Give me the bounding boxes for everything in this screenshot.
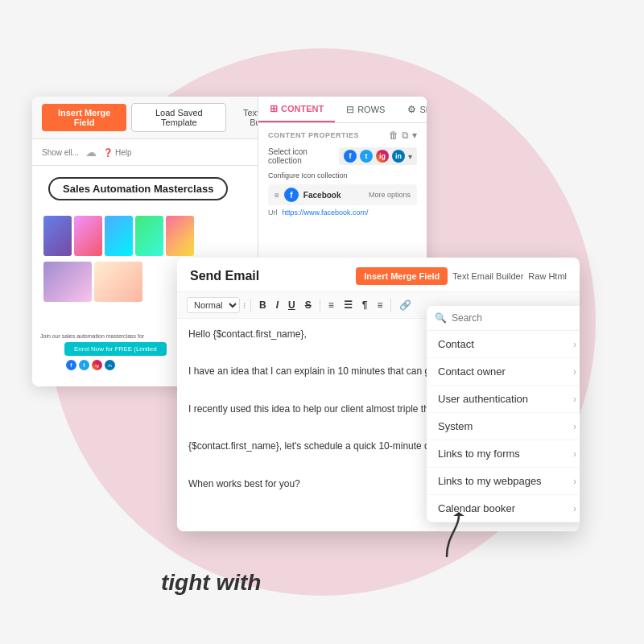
url-value[interactable]: https://www.facebook.com/	[283, 208, 369, 217]
twitter-icon: t	[79, 360, 89, 370]
load-template-button[interactable]: Load Saved Template	[131, 103, 226, 132]
chevron-down-icon: ›	[573, 448, 576, 460]
paragraph-button[interactable]: ¶	[359, 298, 371, 312]
tw-icon-option: t	[360, 150, 373, 163]
insert-merge-button[interactable]: Insert Merge Field	[42, 104, 126, 131]
fb-icon-option: f	[344, 150, 357, 163]
content-props-title: CONTENT PROPERTIES	[268, 131, 359, 139]
chevron-down-icon: ›	[573, 421, 576, 432]
facebook-label: Facebook	[303, 191, 341, 200]
dropdown-item-contact-owner[interactable]: Contact owner ›	[427, 358, 580, 386]
tab-rows[interactable]: ⊟ ROWS	[335, 97, 396, 122]
chevron-down-icon: ›	[573, 394, 576, 405]
url-label: Url	[268, 208, 278, 217]
chevron-down-icon: ›	[573, 339, 576, 350]
facebook-brand-icon: f	[284, 188, 299, 202]
italic-button[interactable]: I	[273, 298, 282, 312]
toolbar-divider-2	[320, 299, 320, 312]
expand-icon[interactable]: ▾	[412, 130, 417, 141]
dropdown-search-input[interactable]	[452, 312, 580, 324]
configure-label: Configure Icon collection	[268, 171, 348, 180]
bottom-text: tight with	[161, 570, 261, 596]
format-select[interactable]: Normal	[187, 297, 240, 313]
delete-icon[interactable]: 🗑	[389, 130, 398, 141]
help-link[interactable]: ❓ Help	[103, 148, 131, 157]
format-divider-icon: ⁝	[243, 301, 246, 310]
underline-button[interactable]: U	[285, 298, 299, 312]
list-icon: ≡	[275, 191, 279, 200]
dropdown-item-system[interactable]: System ›	[427, 413, 580, 440]
search-icon: 🔍	[435, 312, 447, 324]
content-properties: CONTENT PROPERTIES 🗑 ⧉ ▾ Select icon col…	[258, 123, 427, 223]
send-email-modal: Send Email Insert Merge Field Text Email…	[177, 258, 580, 531]
modal-header: Send Email Insert Merge Field Text Email…	[177, 258, 580, 292]
bold-button[interactable]: B	[256, 298, 270, 312]
chevron-down-icon: ›	[573, 503, 576, 514]
dropdown-search-bar[interactable]: 🔍	[427, 306, 580, 331]
configure-row: Configure Icon collection	[268, 171, 417, 180]
ordered-list-button[interactable]: ≡	[325, 298, 337, 312]
dropdown-item-contact[interactable]: Contact ›	[427, 331, 580, 358]
url-row: Url https://www.facebook.com/	[268, 208, 417, 217]
dropdown-item-links-webpages[interactable]: Links to my webpages ›	[427, 468, 580, 495]
linkedin-icon: in	[105, 360, 115, 370]
modal-insert-merge-button[interactable]: Insert Merge Field	[356, 267, 448, 285]
strikethrough-button[interactable]: S	[302, 298, 315, 312]
link-button[interactable]: 🔗	[396, 298, 415, 312]
dropdown-item-user-authentication[interactable]: User authentication ›	[427, 386, 580, 413]
ig-icon-option: ig	[376, 150, 389, 163]
modal-title: Send Email	[190, 269, 259, 283]
align-button[interactable]: ≡	[374, 298, 386, 312]
chevron-down-icon: ›	[573, 366, 576, 378]
instagram-icon: ig	[92, 360, 102, 370]
unordered-list-button[interactable]: ☰	[341, 298, 356, 312]
svg-marker-0	[453, 512, 464, 516]
select-icon-row: Select icon collection f t ig in ▾	[268, 147, 417, 165]
li-icon-option: in	[392, 150, 405, 163]
enrol-button[interactable]: Enrol Now for FREE (Limited	[64, 342, 167, 356]
facebook-option[interactable]: ≡ f Facebook More options	[268, 184, 417, 205]
chevron-down-icon: ▾	[408, 152, 412, 161]
tab-settings[interactable]: ⚙ SETTINGS	[396, 97, 427, 122]
facebook-icon: f	[66, 360, 76, 370]
rows-tab-icon: ⊟	[346, 104, 354, 115]
modal-toolbar: Insert Merge Field Text Email Builder Ra…	[356, 267, 567, 285]
show-label: Show ell...	[42, 148, 79, 157]
social-icons-bar: f t ig in	[66, 360, 115, 370]
modal-raw-html-button[interactable]: Raw Html	[528, 271, 567, 281]
tab-content[interactable]: ⊞ CONTENT	[258, 97, 335, 122]
social-icons-collection[interactable]: f t ig in ▾	[339, 147, 417, 165]
cloud-icon: ☁	[85, 146, 97, 159]
toolbar-divider-1	[250, 299, 251, 312]
chevron-down-icon: ›	[573, 476, 576, 487]
select-icon-label: Select icon collection	[268, 147, 332, 165]
merge-field-dropdown: 🔍 Contact › Contact owner › User authent…	[427, 306, 580, 522]
content-props-header: CONTENT PROPERTIES 🗑 ⧉ ▾	[268, 130, 417, 141]
copy-icon[interactable]: ⧉	[402, 130, 409, 141]
toolbar-divider-3	[390, 299, 391, 312]
more-options-label[interactable]: More options	[369, 191, 411, 199]
content-tab-icon: ⊞	[270, 103, 278, 114]
editor-tabs: ⊞ CONTENT ⊟ ROWS ⚙ SETTINGS	[258, 97, 427, 123]
modal-text-email-button[interactable]: Text Email Builder	[452, 271, 523, 281]
dropdown-item-links-forms[interactable]: Links to my forms ›	[427, 440, 580, 468]
settings-tab-icon: ⚙	[407, 104, 416, 115]
arrow-indicator	[427, 512, 467, 564]
course-title: Sales Automation Masterclass	[48, 177, 228, 200]
